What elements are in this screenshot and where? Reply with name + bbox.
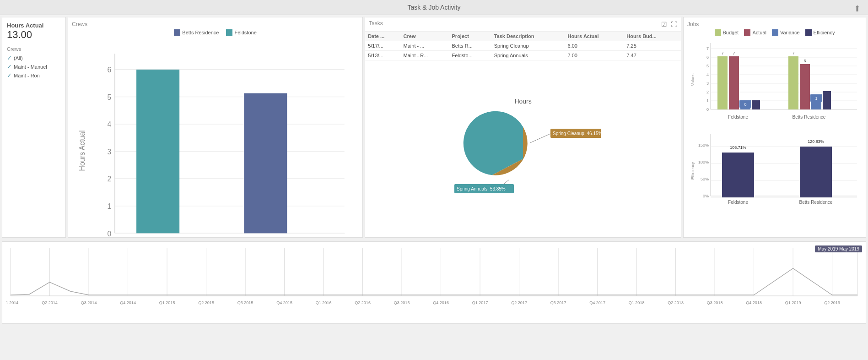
legend-dot-budget [715, 29, 721, 36]
svg-text:Q2 2014: Q2 2014 [42, 300, 58, 305]
main-content: Hours Actual 13.00 Crews ✓ (All) ✓ Maint… [0, 15, 868, 240]
svg-text:150%: 150% [698, 143, 709, 147]
cell-project: Feldsto... [449, 51, 491, 60]
svg-text:4: 4 [706, 72, 709, 77]
svg-text:Q3 2018: Q3 2018 [707, 300, 723, 305]
legend-label-actual: Actual [752, 30, 766, 35]
svg-text:Q4 2015: Q4 2015 [276, 300, 292, 305]
bottom-timeline-panel: May 2019 May 2019 Q1 2014 Q2 2014 Q3 [2, 241, 866, 324]
svg-text:Efficiency: Efficiency [690, 162, 695, 180]
svg-text:Q3 2014: Q3 2014 [81, 300, 97, 305]
crews-bar-chart: 0 1 2 3 4 5 6 Hours Actual Maint - Ron M… [72, 39, 359, 269]
crew-check-manuel: ✓ [7, 63, 12, 70]
app-title: Task & Job Activity [408, 4, 461, 11]
svg-text:Q2 2015: Q2 2015 [198, 300, 214, 305]
timeline-badge: May 2019 May 2019 [815, 245, 862, 252]
crews-bar-svg: 0 1 2 3 4 5 6 Hours Actual Maint - Ron M… [72, 39, 359, 269]
crew-item-ron[interactable]: ✓ Maint - Ron [7, 72, 61, 79]
timeline-svg: Q1 2014 Q2 2014 Q3 2014 Q4 2014 Q1 2015 … [6, 245, 862, 310]
col-task: Task Description [491, 32, 565, 41]
legend-label-feldstone: Feldstone [234, 30, 256, 35]
cell-hours-actual: 6.00 [565, 41, 624, 51]
svg-text:Q2 2019: Q2 2019 [824, 300, 840, 305]
left-panel: Hours Actual 13.00 Crews ✓ (All) ✓ Maint… [2, 17, 66, 238]
svg-text:Q4 2018: Q4 2018 [746, 300, 762, 305]
legend-betts: Betts Residence [174, 29, 219, 36]
legend-variance: Variance [772, 29, 800, 36]
svg-text:7: 7 [706, 46, 709, 51]
svg-text:Spring Cleanup: 46.15%: Spring Cleanup: 46.15% [553, 131, 601, 136]
hours-actual-label: Hours Actual [7, 22, 61, 29]
table-row: 5/13/... Maint - R... Feldsto... Spring … [365, 51, 681, 60]
eff-bar-betts [800, 147, 832, 197]
crews-filter-label: Crews [7, 46, 61, 52]
cell-date: 5/17/... [365, 41, 400, 51]
bar-betts-budget [788, 56, 798, 109]
legend-dot-actual [744, 29, 750, 36]
tasks-icons: ☑ ⛶ [661, 21, 677, 28]
svg-text:Q4 2016: Q4 2016 [433, 300, 449, 305]
crew-label-all: (All) [14, 55, 23, 61]
svg-text:3: 3 [706, 81, 709, 86]
svg-text:0: 0 [108, 230, 112, 238]
svg-text:Q1 2017: Q1 2017 [472, 300, 488, 305]
svg-text:Q2 2016: Q2 2016 [355, 300, 371, 305]
legend-dot-variance [772, 29, 778, 36]
svg-text:7: 7 [733, 51, 735, 55]
export-button[interactable]: ⬆ [854, 4, 861, 14]
crew-check-ron: ✓ [7, 72, 12, 79]
svg-text:0%: 0% [703, 194, 709, 198]
svg-text:Betts Residence: Betts Residence [793, 115, 826, 120]
legend-label-betts: Betts Residence [182, 30, 219, 35]
svg-text:Q1 2014: Q1 2014 [6, 300, 18, 305]
svg-text:Q3 2017: Q3 2017 [550, 300, 566, 305]
legend-dot-feldstone [226, 29, 232, 36]
legend-dot-efficiency [805, 29, 812, 36]
svg-text:Q3 2015: Q3 2015 [237, 300, 253, 305]
tasks-expand-icon[interactable]: ⛶ [671, 21, 677, 28]
svg-text:4: 4 [108, 120, 112, 128]
tasks-table-header-row: Date ... Crew Project Task Description H… [365, 32, 681, 41]
svg-text:0: 0 [706, 107, 709, 112]
tasks-header: Tasks ☑ ⛶ [365, 17, 681, 32]
app-header: Task & Job Activity ⬆ [0, 0, 868, 15]
svg-text:5: 5 [706, 64, 709, 68]
jobs-legend: Budget Actual Variance Efficiency [687, 29, 862, 36]
svg-text:Q4 2017: Q4 2017 [589, 300, 605, 305]
crew-item-manuel[interactable]: ✓ Maint - Manuel [7, 63, 61, 70]
svg-text:Betts Residence: Betts Residence [799, 200, 833, 205]
legend-label-budget: Budget [723, 30, 739, 35]
middle-panel: Tasks ☑ ⛶ Date ... Crew Project Task Des… [365, 17, 681, 238]
bar-feldstone-efficiency [752, 100, 760, 109]
svg-text:100%: 100% [698, 160, 709, 164]
svg-text:5: 5 [108, 93, 112, 101]
eff-bar-feldstone [722, 153, 754, 197]
svg-text:Q1 2019: Q1 2019 [785, 300, 801, 305]
cell-crew: Maint - R... [401, 51, 449, 60]
legend-feldstone: Feldstone [226, 29, 256, 36]
legend-label-variance: Variance [780, 30, 800, 35]
bar-maint-ron-feldstone [136, 70, 179, 233]
svg-text:1: 1 [815, 96, 817, 101]
crew-label-ron: Maint - Ron [14, 73, 40, 78]
col-hours-actual: Hours Actual [565, 32, 624, 41]
efficiency-bar-svg: 0% 50% 100% 150% Efficiency 106.71% Feld… [687, 130, 862, 210]
tasks-table: Date ... Crew Project Task Description H… [365, 32, 681, 60]
tasks-check-icon[interactable]: ☑ [661, 21, 667, 28]
bar-maint-manuel-betts [244, 93, 287, 234]
cell-hours-actual: 7.00 [565, 51, 624, 60]
bar-feldstone-budget [717, 56, 728, 109]
svg-text:Q1 2015: Q1 2015 [159, 300, 175, 305]
svg-text:106.71%: 106.71% [730, 145, 746, 150]
bar-betts-efficiency [823, 91, 831, 109]
crew-item-all[interactable]: ✓ (All) [7, 55, 61, 61]
svg-text:Values: Values [690, 73, 695, 86]
svg-text:Q3 2016: Q3 2016 [394, 300, 410, 305]
svg-text:Feldstone: Feldstone [728, 115, 748, 120]
tasks-title: Tasks [369, 20, 383, 27]
svg-text:Feldstone: Feldstone [728, 200, 748, 205]
cell-date: 5/13/... [365, 51, 400, 60]
cell-crew: Maint - ... [401, 41, 449, 51]
jobs-chart-area: 0 1 2 3 4 5 6 7 Values 7 7 [687, 38, 862, 234]
svg-text:50%: 50% [701, 177, 709, 181]
